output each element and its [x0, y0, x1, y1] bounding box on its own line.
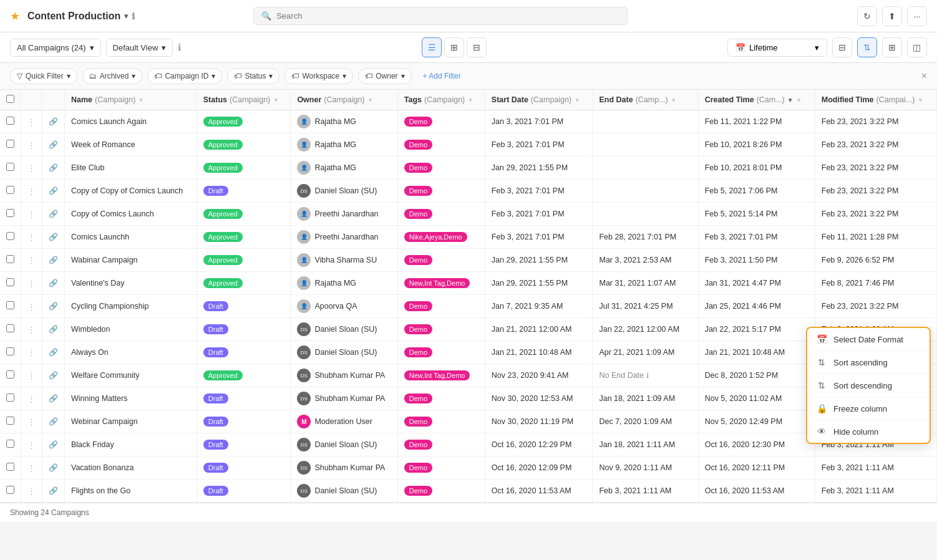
row-action-cell[interactable]: ⋮	[21, 410, 42, 433]
row-checkbox-cell[interactable]	[0, 364, 21, 387]
row-action-cell[interactable]: ⋮	[21, 110, 42, 133]
row-checkbox-cell[interactable]	[0, 110, 21, 133]
tag-badge: Demo	[404, 301, 432, 311]
status-filter-button[interactable]: 🏷 Status ▾	[227, 68, 279, 84]
row-checkbox-cell[interactable]	[0, 410, 21, 433]
row-checkbox[interactable]	[6, 440, 14, 448]
more-button[interactable]: ···	[907, 6, 927, 26]
refresh-button[interactable]: ↻	[857, 6, 877, 26]
start-date-header[interactable]: Start Date (Campaign) ▼	[485, 90, 593, 110]
created-time-value: Oct 16, 2020 12:30 PM	[705, 440, 785, 449]
select-all-checkbox[interactable]	[6, 95, 14, 103]
row-checkbox[interactable]	[6, 232, 14, 240]
modified-time-header[interactable]: Modified Time (Campai...) ▼	[815, 90, 936, 110]
row-action-cell[interactable]: ⋮	[21, 341, 42, 364]
owner-name: Shubham Kumar PA	[314, 463, 385, 472]
row-checkbox-cell[interactable]	[0, 318, 21, 341]
export-button[interactable]: ⬆	[882, 6, 902, 26]
title-chevron-icon[interactable]: ▾	[124, 12, 128, 21]
lifetime-button[interactable]: 📅 Lifetime ▾	[727, 39, 827, 57]
row-checkbox[interactable]	[6, 486, 14, 494]
add-filter-button[interactable]: + Add Filter	[417, 69, 467, 84]
info-icon[interactable]: ℹ	[132, 11, 135, 21]
archived-filter-button[interactable]: 🗂 Archived ▾	[82, 68, 143, 84]
status-header[interactable]: Status (Campaign) ▼	[197, 90, 291, 110]
row-action-cell[interactable]: ⋮	[21, 133, 42, 157]
row-start-date-cell: Nov 30, 2020 11:19 PM	[485, 410, 593, 433]
row-checkbox-cell[interactable]	[0, 180, 21, 203]
row-checkbox[interactable]	[6, 209, 14, 217]
row-checkbox-cell[interactable]	[0, 295, 21, 318]
filter-view-button[interactable]: ⊟	[467, 37, 487, 57]
row-checkbox-cell[interactable]	[0, 249, 21, 272]
row-checkbox[interactable]	[6, 417, 14, 425]
row-checkbox[interactable]	[6, 347, 14, 355]
row-checkbox[interactable]	[6, 140, 14, 148]
close-filter-icon[interactable]: ×	[921, 70, 927, 82]
row-action-cell[interactable]: ⋮	[21, 157, 42, 180]
owner-name: Rajatha MG	[314, 117, 356, 126]
row-checkbox-cell[interactable]	[0, 480, 21, 503]
name-header[interactable]: Name (Campaign) ▼	[65, 90, 197, 110]
sort-button[interactable]: ⇅	[857, 37, 877, 57]
row-checkbox-cell[interactable]	[0, 341, 21, 364]
row-checkbox[interactable]	[6, 278, 14, 286]
row-action-cell[interactable]: ⋮	[21, 272, 42, 295]
row-checkbox[interactable]	[6, 393, 14, 402]
context-menu-item[interactable]: ⇅Sort ascending	[807, 351, 930, 374]
row-checkbox-cell[interactable]	[0, 433, 21, 456]
row-action-cell[interactable]: ⋮	[21, 249, 42, 272]
row-checkbox[interactable]	[6, 117, 14, 125]
context-menu-item[interactable]: 🔒Freeze column	[807, 397, 930, 420]
owner-cell: DS Daniel Sloan (SU)	[297, 184, 391, 198]
created-time-value: Oct 16, 2020 12:11 PM	[705, 463, 785, 472]
row-action-cell[interactable]: ⋮	[21, 456, 42, 480]
row-action-cell[interactable]: ⋮	[21, 364, 42, 387]
tags-header[interactable]: Tags (Campaign) ▼	[397, 90, 485, 110]
view-info-icon[interactable]: ℹ	[178, 42, 181, 52]
row-action-cell[interactable]: ⋮	[21, 433, 42, 456]
row-action-cell[interactable]: ⋮	[21, 226, 42, 249]
row-checkbox-cell[interactable]	[0, 203, 21, 226]
owner-header[interactable]: Owner (Campaign) ▼	[291, 90, 397, 110]
view-dropdown[interactable]: Default View ▾	[106, 39, 173, 57]
end-date-header[interactable]: End Date (Camp...) ▼	[593, 90, 698, 110]
row-checkbox[interactable]	[6, 301, 14, 309]
row-checkbox-cell[interactable]	[0, 226, 21, 249]
row-modified-time-cell: Feb 9, 2026 6:52 PM	[815, 249, 936, 272]
row-checkbox-cell[interactable]	[0, 133, 21, 157]
layout-button[interactable]: ◫	[907, 37, 927, 57]
row-checkbox[interactable]	[6, 163, 14, 171]
list-view-button[interactable]: ☰	[422, 37, 442, 57]
row-action-cell[interactable]: ⋮	[21, 180, 42, 203]
select-all-header[interactable]	[0, 90, 21, 110]
board-view-button[interactable]: ⊞	[444, 37, 464, 57]
campaigns-dropdown[interactable]: All Campaigns (24) ▾	[10, 39, 101, 57]
search-input[interactable]	[276, 11, 619, 21]
owner-cell: 👤 Preethi Janardhan	[297, 230, 391, 244]
row-action-cell[interactable]: ⋮	[21, 387, 42, 410]
context-menu-item[interactable]: 📅Select Date Format	[807, 328, 930, 351]
row-action-cell[interactable]: ⋮	[21, 318, 42, 341]
row-checkbox-cell[interactable]	[0, 456, 21, 480]
row-checkbox-cell[interactable]	[0, 387, 21, 410]
row-checkbox[interactable]	[6, 255, 14, 263]
row-checkbox[interactable]	[6, 324, 14, 332]
row-action-cell[interactable]: ⋮	[21, 480, 42, 503]
row-checkbox[interactable]	[6, 186, 14, 194]
created-time-header[interactable]: Created Time (Cam...) ▼ ▼	[698, 90, 815, 110]
context-menu-item[interactable]: 👁Hide column	[807, 420, 930, 443]
context-menu-item[interactable]: ⇅Sort descending	[807, 374, 930, 397]
quick-filter-button[interactable]: ▽ Quick Filter ▾	[10, 68, 77, 84]
row-checkbox-cell[interactable]	[0, 157, 21, 180]
row-action-cell[interactable]: ⋮	[21, 295, 42, 318]
columns-button[interactable]: ⊟	[832, 37, 852, 57]
row-checkbox[interactable]	[6, 463, 14, 471]
row-action-cell[interactable]: ⋮	[21, 203, 42, 226]
row-checkbox-cell[interactable]	[0, 272, 21, 295]
campaign-id-filter-button[interactable]: 🏷 Campaign ID ▾	[147, 68, 222, 84]
workspace-filter-button[interactable]: 🏷 Workspace ▾	[284, 68, 353, 84]
owner-filter-button[interactable]: 🏷 Owner ▾	[358, 68, 411, 84]
row-checkbox[interactable]	[6, 370, 14, 379]
group-button[interactable]: ⊞	[882, 37, 902, 57]
